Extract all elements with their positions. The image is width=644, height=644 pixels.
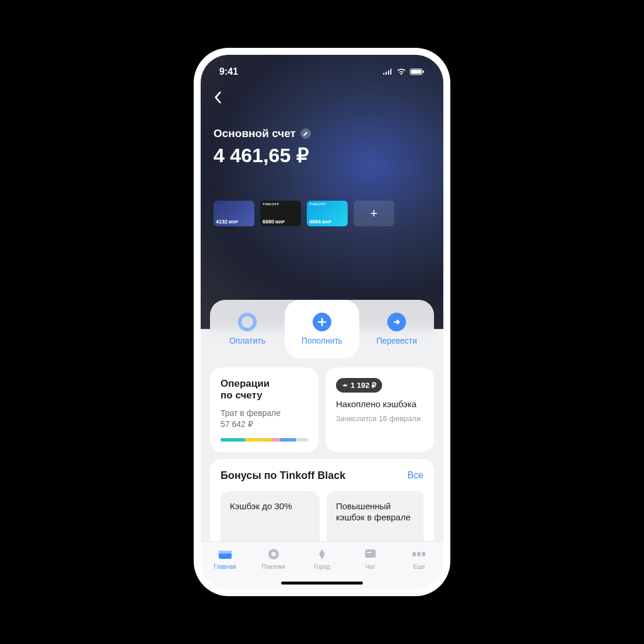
cellular-icon	[383, 68, 393, 75]
card-number: 4684МИР	[309, 219, 331, 225]
tab-Чат[interactable]: Чат	[350, 547, 391, 570]
actions-bar: Оплатить Пополнить Перевести	[210, 300, 434, 358]
svg-rect-4	[219, 551, 232, 554]
bonus-text: Повышенный кэшбэк в феврале	[336, 501, 416, 523]
topup-action[interactable]: Пополнить	[285, 300, 359, 358]
topup-label: Пополнить	[302, 336, 342, 345]
cashback-tile[interactable]: 1 192 ₽ Накоплено кэшбэка Зачислится 16 …	[326, 368, 434, 452]
home-indicator[interactable]	[281, 582, 363, 584]
tab-Платежи[interactable]: Платежи	[253, 547, 294, 570]
tab-icon	[411, 547, 426, 562]
wifi-icon	[397, 68, 406, 75]
edit-account-button[interactable]	[300, 128, 311, 139]
tab-icon	[266, 547, 281, 562]
content: Операции по счету Трат в феврале 57 642 …	[201, 329, 443, 555]
cashback-title: Накоплено кэшбэка	[336, 398, 424, 410]
tab-label: Главная	[214, 564, 236, 570]
cashback-amount: 1 192 ₽	[351, 381, 376, 390]
card-number: 4132МИР	[216, 219, 238, 225]
hero-section: 9:41 Основной счет 4 461,65 ₽ 4132МИРTIN…	[201, 55, 443, 329]
back-button[interactable]	[214, 80, 430, 108]
card-number: 6680МИР	[262, 219, 285, 225]
battery-icon	[410, 68, 425, 75]
cards-row: 4132МИРTINKOFF6680МИРTINKOFF4684МИР+	[214, 201, 430, 226]
card-brand: TINKOFF	[309, 202, 326, 206]
account-title: Основной счет	[214, 127, 296, 140]
tab-Главная[interactable]: Главная	[205, 547, 246, 570]
spending-segment	[245, 438, 271, 442]
spending-segment	[296, 438, 308, 442]
transfer-action[interactable]: Перевести	[359, 300, 434, 358]
bonuses-title: Бонусы по Tinkoff Black	[220, 470, 345, 482]
svg-rect-9	[412, 552, 416, 556]
spending-segment	[220, 438, 245, 442]
svg-rect-10	[417, 552, 421, 556]
account-balance: 4 461,65 ₽	[214, 144, 430, 167]
tab-Еще[interactable]: Еще	[398, 547, 439, 570]
bonuses-section: Бонусы по Tinkoff Black Все Кэшбэк до 30…	[210, 459, 434, 555]
tab-icon	[314, 547, 330, 562]
arrow-right-icon	[387, 313, 406, 331]
chevron-left-icon	[214, 91, 222, 104]
tab-label: Город	[314, 564, 330, 570]
operations-title: Операции по счету	[220, 378, 308, 402]
tab-icon	[363, 547, 378, 562]
card-0[interactable]: 4132МИР	[214, 201, 254, 226]
status-indicators	[383, 68, 425, 75]
tab-Город[interactable]: Город	[302, 547, 342, 570]
status-bar: 9:41	[214, 55, 430, 80]
svg-rect-1	[411, 70, 422, 74]
spending-segment	[280, 438, 296, 442]
card-brand: TINKOFF	[262, 202, 279, 206]
pay-icon	[238, 313, 257, 331]
screen: 9:41 Основной счет 4 461,65 ₽ 4132МИРTIN…	[201, 55, 443, 589]
tab-label: Платежи	[262, 564, 286, 570]
pencil-icon	[303, 131, 308, 136]
transfer-label: Перевести	[376, 336, 417, 345]
tab-icon	[218, 547, 233, 562]
svg-rect-7	[365, 550, 376, 558]
card-2[interactable]: TINKOFF4684МИР	[307, 201, 348, 226]
plus-icon	[313, 313, 331, 331]
svg-point-6	[271, 552, 276, 556]
account-title-row: Основной счет	[214, 127, 430, 140]
cashback-subtitle: Зачислится 16 февраля	[336, 414, 424, 424]
pay-label: Оплатить	[229, 336, 265, 345]
spending-bar	[220, 438, 308, 442]
tiles-row: Операции по счету Трат в феврале 57 642 …	[210, 368, 434, 452]
account-header: Основной счет 4 461,65 ₽	[214, 108, 430, 167]
svg-rect-11	[422, 552, 425, 556]
bonus-text: Кэшбэк до 30%	[230, 501, 310, 512]
spending-segment	[271, 438, 280, 442]
pay-action[interactable]: Оплатить	[210, 300, 285, 358]
svg-rect-2	[423, 71, 424, 73]
phone-frame: 9:41 Основной счет 4 461,65 ₽ 4132МИРTIN…	[194, 48, 450, 596]
status-time: 9:41	[219, 66, 238, 77]
cashback-badge: 1 192 ₽	[336, 378, 382, 393]
add-card-button[interactable]: +	[354, 201, 394, 226]
bonuses-all-link[interactable]: Все	[407, 470, 424, 481]
card-1[interactable]: TINKOFF6680МИР	[260, 201, 301, 226]
crown-icon	[342, 382, 348, 388]
operations-subtitle: Трат в феврале 57 642 ₽	[220, 408, 308, 430]
operations-tile[interactable]: Операции по счету Трат в феврале 57 642 …	[210, 368, 318, 452]
tab-label: Еще	[413, 564, 425, 570]
bonuses-header: Бонусы по Tinkoff Black Все	[220, 470, 424, 482]
tab-label: Чат	[366, 564, 376, 570]
svg-rect-8	[367, 552, 372, 553]
